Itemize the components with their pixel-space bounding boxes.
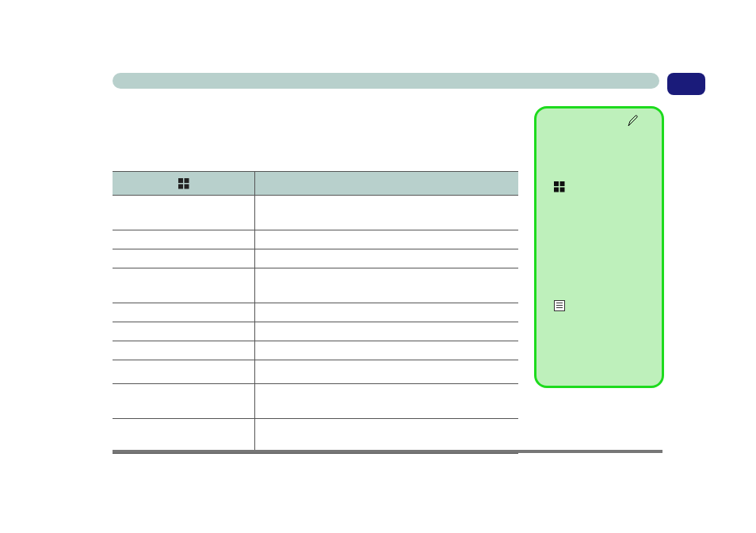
table-row [113, 360, 518, 384]
table-row [113, 303, 518, 322]
svg-rect-7 [560, 188, 565, 192]
page-side-tab [667, 73, 705, 95]
document-icon [554, 300, 565, 311]
windows-logo-icon [178, 178, 189, 189]
table-row [113, 268, 518, 303]
page-header-bar [113, 73, 659, 89]
svg-rect-0 [178, 178, 183, 183]
svg-rect-4 [554, 181, 559, 186]
svg-rect-6 [554, 188, 559, 192]
pen-icon [627, 115, 640, 128]
svg-rect-2 [178, 184, 183, 188]
table-row [113, 384, 518, 419]
table-row [113, 230, 518, 249]
table-row [113, 249, 518, 268]
svg-rect-3 [184, 184, 189, 188]
table-header-left [113, 172, 255, 196]
table-row [113, 322, 518, 341]
table-row [113, 419, 518, 454]
shortcut-table [113, 171, 518, 454]
svg-rect-5 [560, 181, 565, 186]
page-bottom-rule [113, 450, 662, 453]
table-header-right [255, 172, 518, 196]
table-row [113, 341, 518, 360]
table-header-row [113, 172, 518, 196]
windows-logo-icon [554, 181, 565, 192]
table-row [113, 196, 518, 230]
svg-rect-1 [184, 178, 189, 183]
note-card [534, 106, 664, 388]
